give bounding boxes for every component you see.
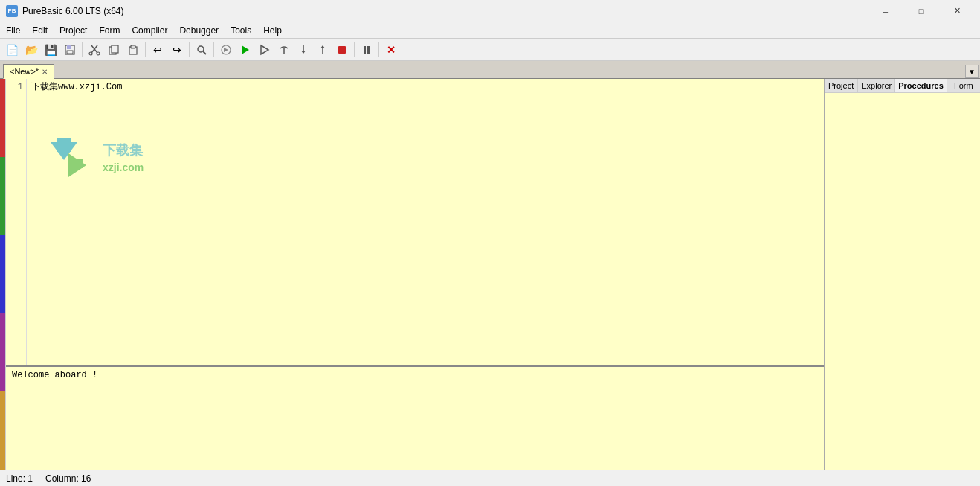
left-strip <box>0 79 6 470</box>
new-button[interactable]: 📄 <box>3 41 21 59</box>
right-tab-form[interactable]: Form <box>947 79 980 92</box>
tab-label: <New>* <box>10 67 39 76</box>
redo-button[interactable]: ↪ <box>168 41 186 59</box>
svg-rect-17 <box>338 46 346 54</box>
open-button[interactable]: 📂 <box>22 41 40 59</box>
undo-button[interactable]: ↩ <box>149 41 167 59</box>
right-tabs: Project Explorer Procedures Form <box>825 79 980 93</box>
line-numbers: 1 <box>6 79 27 365</box>
stop-button[interactable] <box>333 41 351 59</box>
svg-rect-8 <box>112 45 118 53</box>
svg-rect-10 <box>131 45 135 48</box>
right-panel: Project Explorer Procedures Form <box>824 79 980 470</box>
minimize-button[interactable]: – <box>868 0 903 22</box>
watermark-logo <box>51 138 97 177</box>
tab-bar: <New>* ✕ ▼ <box>0 61 980 79</box>
main-layout: 1 下载集www.xzji.Com 下载集xzji.com <box>0 79 980 470</box>
tab-dropdown-button[interactable]: ▼ <box>965 65 979 78</box>
code-line-1: 下载集www.xzji.Com <box>31 80 821 94</box>
code-content[interactable]: 下载集www.xzji.Com <box>28 79 824 365</box>
code-editor[interactable]: 1 下载集www.xzji.Com 下载集xzji.com <box>6 79 824 365</box>
paste-button[interactable] <box>124 41 142 59</box>
svg-rect-19 <box>367 46 370 54</box>
tab-close-icon[interactable]: ✕ <box>42 68 48 76</box>
toolbar-separator-3 <box>189 42 190 57</box>
status-bar: Line: 1 Column: 16 <box>0 470 980 486</box>
menu-debugger[interactable]: Debugger <box>173 22 225 38</box>
copy-button[interactable] <box>105 41 123 59</box>
maximize-button[interactable]: □ <box>904 0 938 22</box>
toolbar-separator-2 <box>145 42 146 57</box>
app-title: PureBasic 6.00 LTS (x64) <box>22 6 868 16</box>
close-button[interactable]: ✕ <box>940 0 974 22</box>
cut-button[interactable] <box>86 41 103 59</box>
watermark: 下载集xzji.com <box>51 138 144 177</box>
right-tab-explorer[interactable]: Explorer <box>858 79 895 92</box>
svg-rect-18 <box>364 46 366 54</box>
toolbar-separator-6 <box>378 42 379 57</box>
step-over-button[interactable] <box>275 41 293 59</box>
watermark-text: 下载集xzji.com <box>103 141 144 175</box>
compile-button[interactable] <box>217 41 235 59</box>
menu-tools[interactable]: Tools <box>225 22 257 38</box>
status-line: Line: 1 <box>6 473 33 484</box>
menu-edit[interactable]: Edit <box>26 22 54 38</box>
right-panel-content <box>825 93 980 470</box>
menu-file[interactable]: File <box>0 22 26 38</box>
step-out-button[interactable] <box>314 41 332 59</box>
output-text: Welcome aboard ! <box>12 370 818 380</box>
menu-form[interactable]: Form <box>93 22 126 38</box>
find-button[interactable] <box>193 41 210 59</box>
kill-button[interactable]: ✕ <box>382 41 400 59</box>
status-separator <box>39 473 39 484</box>
menu-compiler[interactable]: Compiler <box>126 22 173 38</box>
toolbar-separator-5 <box>354 42 355 57</box>
right-tab-procedures[interactable]: Procedures <box>895 79 947 92</box>
toolbar-separator-4 <box>213 42 214 57</box>
app-icon: PB <box>6 5 18 17</box>
svg-point-5 <box>89 52 92 55</box>
output-panel: Welcome aboard ! <box>6 365 824 470</box>
svg-rect-2 <box>67 51 73 54</box>
menu-bar: File Edit Project Form Compiler Debugger… <box>0 22 980 39</box>
step-into-button[interactable] <box>294 41 312 59</box>
status-column: Column: 16 <box>45 473 91 484</box>
menu-help[interactable]: Help <box>257 22 288 38</box>
title-bar: PB PureBasic 6.00 LTS (x64) – □ ✕ <box>0 0 980 22</box>
menu-project[interactable]: Project <box>54 22 93 38</box>
tab-new[interactable]: <New>* ✕ <box>3 64 54 79</box>
run-debug-button[interactable] <box>256 41 274 59</box>
svg-point-6 <box>97 52 100 55</box>
svg-point-11 <box>198 46 204 52</box>
svg-line-12 <box>203 51 206 54</box>
toolbar: 📄 📂 💾 ↩ ↪ ✕ <box>0 39 980 61</box>
save-all-button[interactable] <box>61 41 79 59</box>
editor-output-wrapper: 1 下载集www.xzji.Com 下载集xzji.com <box>6 79 824 470</box>
svg-rect-1 <box>67 45 71 49</box>
save-button[interactable]: 💾 <box>42 41 59 59</box>
line-number-1: 1 <box>6 80 23 94</box>
window-controls: – □ ✕ <box>868 0 974 22</box>
pause-button[interactable] <box>358 41 375 59</box>
toolbar-separator-1 <box>82 42 83 57</box>
right-tab-project[interactable]: Project <box>825 79 858 92</box>
run-button[interactable] <box>236 41 254 59</box>
